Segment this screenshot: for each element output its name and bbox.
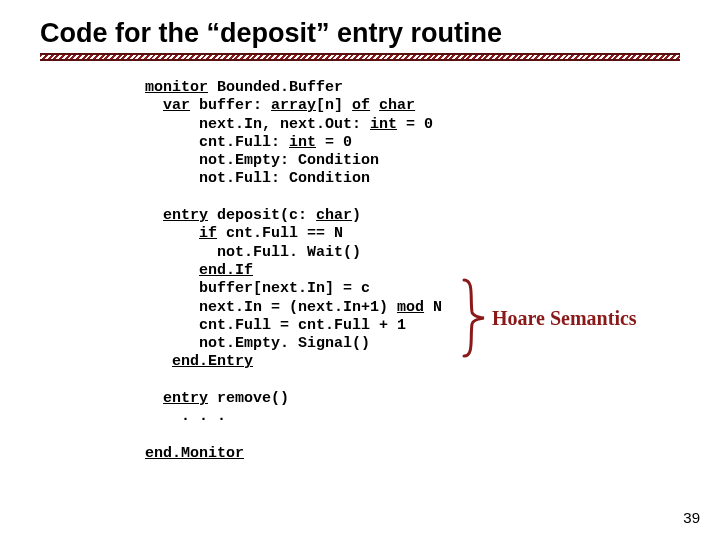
page-title: Code for the “deposit” entry routine [40,18,680,49]
annotation-label: Hoare Semantics [492,307,637,330]
annotation-callout: Hoare Semantics [460,278,637,358]
title-divider [40,53,680,61]
code-block: monitor Bounded.Buffer var buffer: array… [145,79,680,463]
brace-icon [460,278,486,358]
page-number: 39 [683,509,700,526]
